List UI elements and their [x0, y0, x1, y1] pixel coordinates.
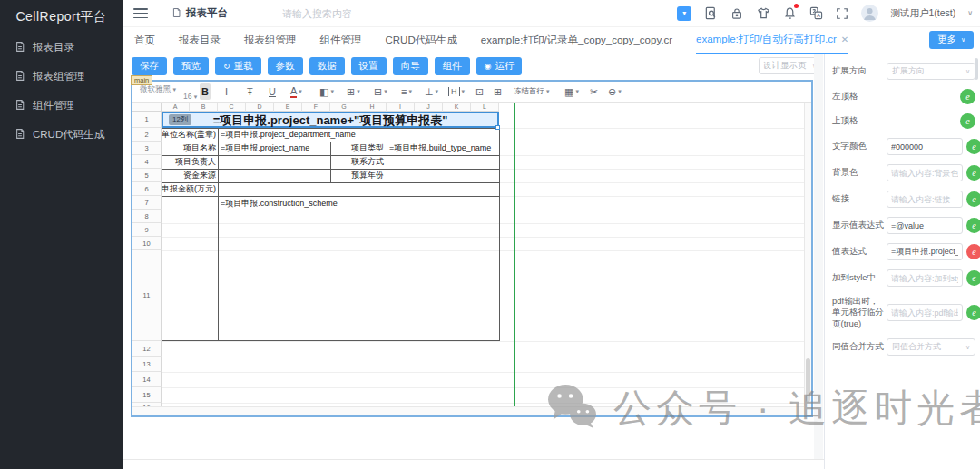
- row-header-10[interactable]: 10: [132, 237, 162, 250]
- font-family-select[interactable]: 微软雅黑 ▾: [140, 84, 176, 95]
- panel-field-input[interactable]: [887, 138, 963, 155]
- cell-r7-value[interactable]: =项目申报.construction_scheme: [220, 197, 338, 210]
- more-tabs-button[interactable]: 更多∨: [929, 31, 974, 49]
- cell-title-formula[interactable]: =项目申报.project_name+"项目预算申报表": [163, 112, 497, 128]
- panel-field-input[interactable]: [887, 243, 963, 260]
- strikethrough-tool[interactable]: Ŧ: [245, 83, 255, 100]
- panel-edit-button[interactable]: e: [966, 139, 980, 154]
- cell-r4-label[interactable]: 项目负责人: [162, 155, 216, 169]
- row-header-15[interactable]: 15: [132, 387, 162, 403]
- panel-field-input[interactable]: [887, 217, 963, 234]
- underline-tool[interactable]: U: [267, 83, 278, 100]
- panel-field-input[interactable]: [887, 164, 963, 181]
- user-avatar[interactable]: [861, 5, 878, 22]
- row-header-11[interactable]: 11: [132, 250, 162, 341]
- cell-r5-label2[interactable]: 预算年份: [330, 169, 384, 182]
- translate-icon[interactable]: A: [808, 6, 823, 21]
- column-header-I[interactable]: I: [387, 103, 415, 112]
- column-header-J[interactable]: J: [415, 103, 443, 112]
- panel-field-input[interactable]: [887, 304, 963, 321]
- sheet-tab-main[interactable]: main: [131, 75, 152, 85]
- row-header-5[interactable]: 5: [132, 169, 162, 182]
- notification-bell-icon[interactable]: [782, 6, 797, 21]
- borders-tool[interactable]: ⊞▾: [345, 83, 362, 100]
- column-header-B[interactable]: B: [190, 103, 218, 112]
- font-color-tool[interactable]: A▾: [289, 83, 304, 100]
- panel-field-select[interactable]: 同值合并方式∨: [887, 338, 975, 356]
- design-page-select[interactable]: 设计显示页 ∨: [759, 57, 821, 74]
- panel-field-input[interactable]: [887, 269, 963, 287]
- font-size-select[interactable]: 16 ▾: [183, 92, 197, 101]
- row-header-12[interactable]: 12: [132, 341, 162, 357]
- tab-4[interactable]: 组件管理: [320, 27, 362, 54]
- grid-corner-cell[interactable]: [132, 103, 162, 112]
- row-header-4[interactable]: 4: [132, 155, 162, 169]
- cell-r2-label[interactable]: 单位名称(盖章): [162, 128, 216, 142]
- action-button-2[interactable]: 预览: [173, 57, 209, 75]
- cell-r4-label2[interactable]: 联系方式: [330, 155, 384, 169]
- cell-r3-label[interactable]: 项目名称: [162, 142, 216, 155]
- panel-field-input[interactable]: [887, 191, 963, 208]
- global-search-input[interactable]: [282, 8, 409, 19]
- cut-tool[interactable]: ✂: [588, 83, 600, 100]
- user-name[interactable]: 测试用户1(test): [890, 7, 956, 20]
- panel-edit-button[interactable]: e: [966, 244, 980, 259]
- tab-6[interactable]: example:打印/记录单_copy_copy_copy.cr: [481, 27, 672, 54]
- action-button-4[interactable]: 参数: [268, 57, 303, 75]
- merge-cells-tool[interactable]: ⊟▾: [372, 83, 389, 100]
- row-header-3[interactable]: 3: [132, 142, 162, 155]
- sidebar-item-2[interactable]: 报表组管理: [0, 62, 122, 91]
- panel-field-select[interactable]: 扩展方向∨: [887, 63, 975, 80]
- column-header-G[interactable]: G: [330, 103, 358, 112]
- export-tool[interactable]: ⊖▾: [606, 83, 623, 100]
- action-button-8[interactable]: 组件: [435, 57, 470, 75]
- row-header-2[interactable]: 2: [132, 128, 162, 142]
- panel-scrollbar[interactable]: [975, 58, 978, 80]
- fullscreen-icon[interactable]: [835, 6, 849, 21]
- h-align-tool[interactable]: ≡▾: [399, 83, 414, 100]
- panel-edit-button[interactable]: e: [960, 113, 975, 129]
- sidebar-item-4[interactable]: CRUD代码生成: [0, 120, 122, 149]
- sheet-vertical-scrollbar[interactable]: [804, 103, 811, 415]
- column-header-D[interactable]: D: [246, 103, 274, 112]
- row-header-13[interactable]: 13: [132, 357, 162, 372]
- freeze-rows-tool[interactable]: 冻结首行▾: [512, 83, 552, 100]
- sidebar-item-1[interactable]: 报表目录: [0, 33, 122, 62]
- tab-3[interactable]: 报表组管理: [244, 27, 297, 54]
- italic-tool[interactable]: I: [223, 83, 230, 100]
- panel-edit-button[interactable]: e: [966, 270, 980, 286]
- action-button-5[interactable]: 数据: [309, 57, 345, 75]
- panel-edit-button[interactable]: e: [966, 305, 980, 320]
- row-header-14[interactable]: 14: [132, 372, 162, 387]
- menu-collapse-icon[interactable]: [133, 8, 148, 18]
- column-header-A[interactable]: A: [162, 103, 190, 112]
- user-menu-chevron-icon[interactable]: ∨: [967, 9, 973, 17]
- column-header-E[interactable]: E: [274, 103, 302, 112]
- fill-color-tool[interactable]: ◧▾: [318, 83, 336, 100]
- sheet-horizontal-scrollbar[interactable]: [132, 406, 804, 415]
- lock-icon[interactable]: [730, 6, 744, 21]
- cell-r3-value[interactable]: =项目申报.project_name: [220, 142, 309, 155]
- cell-r2-value[interactable]: =项目申报.project_department_name: [220, 128, 356, 142]
- panel-edit-button[interactable]: e: [960, 89, 975, 104]
- panel-edit-button[interactable]: e: [966, 165, 980, 181]
- sidebar-item-3[interactable]: 组件管理: [0, 91, 122, 120]
- theme-skin-icon[interactable]: [756, 6, 770, 21]
- file-search-icon[interactable]: [703, 6, 718, 21]
- cell-r5-label[interactable]: 资金来源: [162, 169, 216, 182]
- cell-r6-label[interactable]: 申报金额(万元): [162, 182, 216, 196]
- tab-7[interactable]: example:打印/自动行高打印.cr✕: [696, 27, 848, 54]
- insert-image-tool[interactable]: ⊡: [474, 83, 485, 100]
- pattern-tool[interactable]: ▦▾: [563, 83, 581, 100]
- row-header-6[interactable]: 6: [132, 182, 162, 196]
- cell-r3-value2[interactable]: =项目申报.build_type_name: [389, 142, 491, 155]
- panel-edit-button[interactable]: e: [966, 218, 980, 233]
- column-header-F[interactable]: F: [302, 103, 330, 112]
- row-header-8[interactable]: 8: [132, 210, 162, 223]
- tab-close-icon[interactable]: ✕: [841, 34, 848, 44]
- column-header-C[interactable]: C: [218, 103, 246, 112]
- action-button-7[interactable]: 向导: [393, 57, 428, 75]
- column-header-K[interactable]: K: [443, 103, 471, 112]
- action-button-1[interactable]: 保存: [132, 57, 167, 75]
- tab-1[interactable]: 首页: [134, 27, 155, 54]
